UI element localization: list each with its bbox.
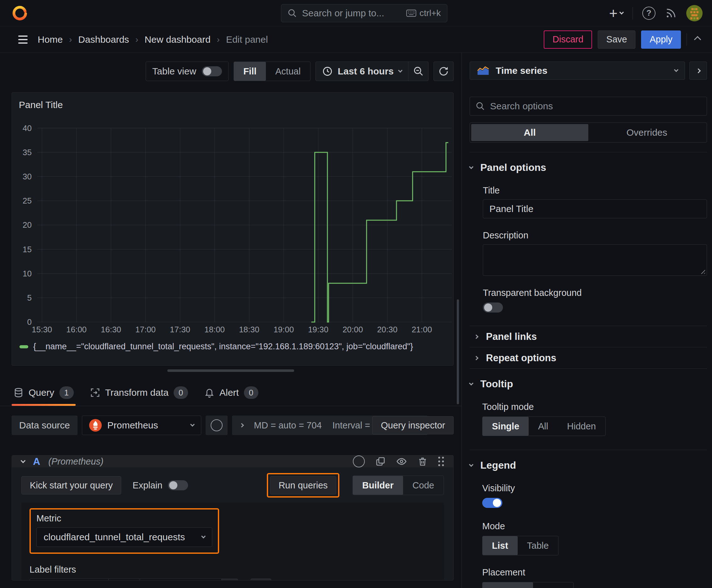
tab-transform-data[interactable]: Transform data 0 bbox=[88, 383, 190, 406]
tooltip-header[interactable]: Tooltip bbox=[470, 378, 707, 390]
svg-text:19:00: 19:00 bbox=[274, 325, 294, 334]
grafana-logo-icon[interactable] bbox=[12, 5, 28, 21]
panel-title-input[interactable]: Panel Title bbox=[483, 200, 707, 218]
kick-start-query-button[interactable]: Kick start your query bbox=[21, 476, 121, 495]
pane-resize-handle[interactable] bbox=[167, 370, 294, 372]
global-search-input[interactable]: Search or jump to... ctrl+k bbox=[281, 4, 447, 22]
panel-edit-toolbar: Table view Fill Actual Last 6 hours bbox=[0, 62, 454, 81]
run-queries-button[interactable]: Run queries bbox=[270, 476, 336, 495]
remove-filter-button[interactable]: × bbox=[222, 579, 238, 581]
prometheus-icon bbox=[89, 419, 102, 432]
description-textarea[interactable] bbox=[483, 244, 707, 276]
collapse-pane-chevron-up-icon[interactable] bbox=[693, 37, 703, 42]
tab-alert-label: Alert bbox=[219, 387, 239, 398]
panel-links-section[interactable]: Panel links bbox=[470, 326, 707, 348]
zoom-out-icon bbox=[413, 66, 424, 77]
operator-dropdown[interactable]: = bbox=[109, 579, 140, 581]
legend-placement-bottom[interactable]: Bottom bbox=[482, 582, 533, 588]
filter-overrides-tab[interactable]: Overrides bbox=[588, 124, 706, 141]
breadcrumb-new-dashboard[interactable]: New dashboard bbox=[145, 34, 210, 45]
datasource-picker[interactable]: Prometheus bbox=[82, 416, 201, 435]
add-filter-button[interactable]: + bbox=[251, 579, 271, 581]
query-inspector-button[interactable]: Query inspector bbox=[372, 416, 454, 435]
transform-icon bbox=[90, 387, 100, 398]
drag-query-handle-icon[interactable] bbox=[438, 457, 444, 466]
edit-panel-content: Table view Fill Actual Last 6 hours bbox=[0, 53, 712, 588]
save-button[interactable]: Save bbox=[598, 30, 635, 49]
chart-legend[interactable]: {__name__="cloudflared_tunnel_total_requ… bbox=[19, 342, 413, 352]
repeat-options-section[interactable]: Repeat options bbox=[470, 348, 707, 369]
metric-value: cloudflared_tunnel_total_requests bbox=[44, 532, 185, 543]
zoom-out-time-button[interactable] bbox=[408, 62, 428, 81]
query-help-icon[interactable] bbox=[353, 456, 365, 467]
search-options-input[interactable]: Search options bbox=[470, 97, 707, 115]
menu-toggle-icon[interactable] bbox=[18, 36, 28, 44]
select-value-dropdown[interactable]: Select value bbox=[140, 579, 222, 581]
collapse-query-chevron-icon[interactable] bbox=[21, 458, 26, 463]
breadcrumb-home[interactable]: Home bbox=[38, 34, 63, 45]
table-view-toggle[interactable] bbox=[202, 66, 222, 76]
legend-placement-segment: Bottom Right bbox=[482, 582, 574, 588]
svg-text:18:30: 18:30 bbox=[239, 325, 259, 334]
svg-text:18:00: 18:00 bbox=[204, 325, 225, 334]
filter-all-tab[interactable]: All bbox=[471, 124, 588, 141]
builder-option[interactable]: Builder bbox=[353, 476, 403, 495]
breadcrumb-edit-panel: Edit panel bbox=[226, 34, 268, 45]
panel-options-header[interactable]: Panel options bbox=[470, 162, 707, 173]
legend-visibility-toggle[interactable] bbox=[482, 498, 502, 508]
time-range-picker: Last 6 hours bbox=[316, 62, 429, 81]
options-expand-chevron-icon bbox=[239, 423, 244, 427]
user-avatar[interactable] bbox=[686, 5, 703, 21]
datasource-row: Data source Prometheus MD = auto = 704 I… bbox=[12, 416, 454, 435]
svg-text:16:00: 16:00 bbox=[66, 325, 87, 334]
transparent-background-toggle[interactable] bbox=[483, 302, 503, 313]
legend-mode-list[interactable]: List bbox=[482, 536, 518, 555]
tab-alert[interactable]: Alert 0 bbox=[202, 383, 260, 406]
metric-select[interactable]: cloudflared_tunnel_total_requests bbox=[37, 527, 212, 547]
duplicate-query-icon[interactable] bbox=[375, 456, 386, 466]
actual-option[interactable]: Actual bbox=[266, 62, 310, 81]
datasource-help-button[interactable] bbox=[206, 416, 228, 435]
legend-visibility-label: Visibility bbox=[482, 483, 707, 493]
tooltip-mode-all[interactable]: All bbox=[528, 417, 558, 436]
label-filters-row: Select label = Select value × + bbox=[29, 579, 436, 581]
timeseries-chart[interactable]: 051015202530354015:3016:0016:3017:0017:3… bbox=[12, 93, 453, 365]
legend-mode-label: Mode bbox=[482, 521, 707, 531]
discard-button[interactable]: Discard bbox=[544, 30, 592, 49]
code-option[interactable]: Code bbox=[403, 476, 444, 495]
apply-button[interactable]: Apply bbox=[641, 30, 681, 49]
panel-editor-column: Table view Fill Actual Last 6 hours bbox=[0, 53, 461, 588]
datasource-name: Prometheus bbox=[107, 420, 185, 430]
legend-placement-right[interactable]: Right bbox=[533, 582, 573, 588]
fill-option[interactable]: Fill bbox=[234, 62, 266, 81]
legend-header[interactable]: Legend bbox=[470, 460, 707, 471]
editor-scrollbar[interactable] bbox=[457, 299, 459, 404]
svg-text:10: 10 bbox=[23, 269, 32, 278]
question-circle-icon bbox=[211, 419, 222, 431]
help-icon[interactable]: ? bbox=[642, 6, 655, 20]
table-view-label: Table view bbox=[152, 66, 196, 77]
add-menu-button[interactable]: + bbox=[609, 5, 623, 22]
refresh-button[interactable] bbox=[434, 62, 454, 81]
select-label-dropdown[interactable]: Select label bbox=[29, 579, 109, 581]
time-range-button[interactable]: Last 6 hours bbox=[316, 66, 408, 77]
news-rss-icon[interactable] bbox=[665, 7, 677, 19]
svg-text:0: 0 bbox=[27, 318, 31, 327]
breadcrumb-dashboards[interactable]: Dashboards bbox=[78, 34, 129, 45]
transparent-background-label: Transparent background bbox=[483, 288, 707, 298]
svg-text:30: 30 bbox=[23, 172, 32, 181]
collapse-options-button[interactable] bbox=[689, 62, 707, 80]
tooltip-mode-single[interactable]: Single bbox=[482, 417, 528, 436]
breadcrumb-separator: › bbox=[217, 35, 220, 45]
tab-query[interactable]: Query 1 bbox=[12, 383, 75, 406]
svg-text:5: 5 bbox=[27, 293, 31, 302]
visualization-picker[interactable]: Time series bbox=[470, 62, 685, 80]
legend-mode-table[interactable]: Table bbox=[518, 536, 558, 555]
breadcrumb-separator: › bbox=[135, 35, 138, 45]
delete-query-trash-icon[interactable] bbox=[417, 456, 428, 466]
query-row-header[interactable]: A (Prometheus) bbox=[12, 456, 453, 467]
toggle-visibility-eye-icon[interactable] bbox=[396, 456, 407, 467]
tooltip-mode-hidden[interactable]: Hidden bbox=[558, 417, 605, 436]
explain-toggle[interactable] bbox=[168, 480, 188, 490]
tab-query-badge: 1 bbox=[59, 386, 74, 399]
